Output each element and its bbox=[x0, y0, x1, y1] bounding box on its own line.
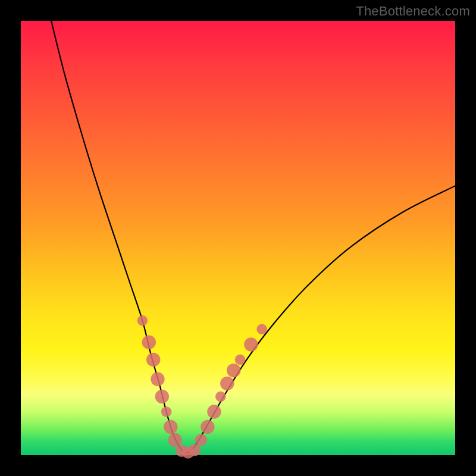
dot bbox=[244, 337, 258, 351]
dot bbox=[235, 355, 246, 365]
dot bbox=[227, 364, 240, 377]
dot bbox=[151, 372, 164, 386]
curve-dots bbox=[137, 315, 267, 459]
dot bbox=[207, 405, 221, 418]
curve-layer bbox=[21, 21, 455, 455]
watermark-text: TheBottleneck.com bbox=[356, 4, 470, 19]
dot bbox=[137, 315, 148, 326]
dot bbox=[195, 434, 207, 446]
dot bbox=[189, 444, 201, 456]
chart-frame: TheBottleneck.com bbox=[0, 0, 476, 476]
dot bbox=[215, 392, 226, 402]
plot-area bbox=[21, 21, 455, 455]
dot bbox=[164, 420, 177, 434]
dot bbox=[142, 336, 156, 349]
bottleneck-curve bbox=[51, 21, 455, 453]
dot bbox=[155, 390, 169, 403]
dot bbox=[201, 420, 214, 434]
dot bbox=[256, 324, 267, 335]
dot bbox=[168, 433, 181, 447]
dot bbox=[161, 406, 172, 417]
dot bbox=[220, 377, 234, 390]
dot bbox=[146, 353, 160, 367]
